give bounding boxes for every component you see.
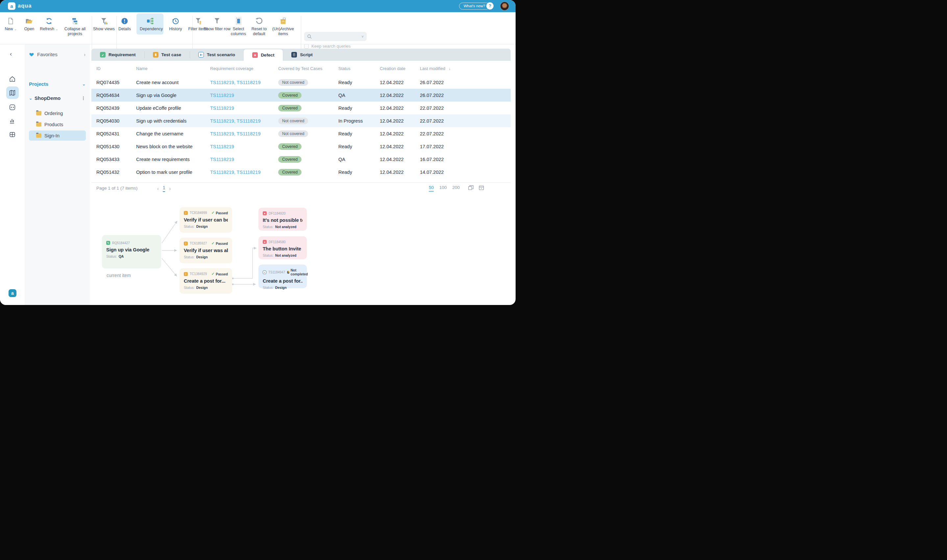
coverage-links[interactable]: TS1118219, TS1118219 <box>210 169 278 175</box>
folder-products[interactable]: Products <box>29 119 86 129</box>
keep-search-checkbox[interactable] <box>304 44 309 49</box>
node-status: Design <box>196 286 208 289</box>
copy-icon[interactable] <box>468 185 474 191</box>
details-icon <box>119 16 131 25</box>
chevron-right-icon[interactable]: › <box>84 52 86 57</box>
graph-node-defect[interactable]: ● DF1184580 The button Invite is... Stat… <box>259 236 307 259</box>
whats-new-button[interactable]: What's new? <box>459 3 490 9</box>
dependency-graph: ✎ RQ5184427 Sign up via Google Status:QA… <box>91 197 322 305</box>
dependency-button[interactable]: Dependency <box>137 14 163 34</box>
row-created: 12.04.2022 <box>380 106 420 111</box>
col-status[interactable]: Status <box>338 66 380 71</box>
projects-header[interactable]: Projects ⌄ <box>29 81 86 87</box>
node-id: DF1184580 <box>269 240 286 244</box>
table-row[interactable]: RQ052439Update eCoffe profileTS1118219Co… <box>91 102 511 114</box>
open-button[interactable]: Open <box>24 16 34 32</box>
favorites-label: Favorites <box>37 52 57 57</box>
coverage-links[interactable]: TS1118219 <box>210 93 278 98</box>
graph-node-test-scenario[interactable]: ▪ TS1184947 Not completed Create a post … <box>259 265 307 288</box>
graph-node-defect[interactable]: ● DF1184920 It’s not possible to... Stat… <box>259 208 307 231</box>
table-row-selected[interactable]: RQ054634Sign up via GoogleTS1118219Cover… <box>91 89 511 102</box>
graph-node-requirement[interactable]: ✎ RQ5184427 Sign up via Google Status:QA <box>102 235 161 269</box>
tab-label: Defect <box>261 52 274 57</box>
col-id[interactable]: ID <box>96 66 136 71</box>
aqua-logo-icon[interactable]: a <box>8 2 15 10</box>
history-clock-icon <box>169 16 182 25</box>
script-icon <box>291 52 297 57</box>
reset-to-default-button[interactable]: Reset to default <box>246 16 273 37</box>
coverage-links[interactable]: TS1118219, TS1118219 <box>210 80 278 85</box>
archive-icon[interactable] <box>479 185 484 191</box>
tab-script[interactable]: Script <box>283 49 321 61</box>
coverage-links[interactable]: TS1118219 <box>210 106 278 111</box>
graph-node-test-case[interactable]: ▯ TC8184999 ✓Passed Verify if user can b… <box>180 207 232 233</box>
new-button[interactable]: New ⌄ <box>5 16 17 32</box>
tab-test-scenario[interactable]: Test scenario <box>190 49 244 61</box>
row-created: 12.04.2022 <box>380 118 420 123</box>
table-row[interactable]: RQ054030Sign up with credentialsTS111821… <box>91 114 511 127</box>
row-status: Ready <box>338 106 380 111</box>
refresh-button[interactable]: Refresh ⌄ <box>40 16 58 32</box>
page-size-50[interactable]: 50 <box>429 185 434 192</box>
col-covered-by-test-cases[interactable]: Covered by Test Cases <box>278 66 338 71</box>
reports-chart-icon[interactable] <box>6 114 19 126</box>
row-modified: 22.07.2022 <box>420 118 511 123</box>
next-page-icon[interactable]: › <box>169 186 171 191</box>
folder-sign-in[interactable]: Sign-In <box>29 131 86 141</box>
sort-desc-icon[interactable]: ↓ <box>448 66 451 71</box>
history-button[interactable]: History <box>169 16 182 32</box>
refresh-icon <box>40 16 58 25</box>
favorites-header[interactable]: Favorites › <box>29 52 86 57</box>
chevron-down-icon[interactable]: ⌄ <box>82 82 86 86</box>
scripts-icon[interactable] <box>6 101 19 113</box>
table-row[interactable]: RQ051432Option to mark user profileTS111… <box>91 166 511 178</box>
page-size-200[interactable]: 200 <box>452 185 460 192</box>
tab-label: Requirement <box>108 52 136 57</box>
col-last-modified[interactable]: Last modified↓ <box>420 66 511 71</box>
coverage-links[interactable]: TS1118219, TS1118219 <box>210 131 278 136</box>
col-creation-date[interactable]: Creation date <box>380 66 420 71</box>
projects-map-icon[interactable] <box>6 86 19 99</box>
chevron-down-icon: ⌄ <box>14 27 17 31</box>
refresh-label: Refresh <box>40 27 54 31</box>
requirement-icon: ✎ <box>106 241 110 245</box>
collapse-sidebar-icon[interactable]: ‹ <box>10 50 12 57</box>
prev-page-icon[interactable]: ‹ <box>157 186 159 191</box>
collapse-all-projects-button[interactable]: Collapse all projects <box>62 16 88 37</box>
table-row[interactable]: RQ074435Create new accountTS1118219, TS1… <box>91 76 511 89</box>
folder-icon <box>36 122 42 126</box>
project-shopdemo[interactable]: ⌄ ShopDemo ⋮ <box>29 95 86 101</box>
folder-ordering[interactable]: Ordering <box>29 108 86 118</box>
kebab-menu-icon[interactable]: ⋮ <box>81 95 86 100</box>
table-row[interactable]: RQ051430News block on the websiteTS11182… <box>91 140 511 153</box>
graph-node-test-case[interactable]: ▯ TC1384929 ✓Passed Create a post for...… <box>180 268 232 294</box>
coverage-links[interactable]: TS1118219 <box>210 144 278 149</box>
unarchive-items-button[interactable]: (Un)Archive items <box>269 16 297 37</box>
search-box[interactable]: ˅ <box>304 32 366 41</box>
graph-node-test-case[interactable]: ▯ TC6185927 ✓Passed Verify if user was a… <box>180 238 232 263</box>
keep-search-queries[interactable]: Keep search queries <box>304 44 351 49</box>
page-size-100[interactable]: 100 <box>439 185 447 192</box>
user-avatar[interactable] <box>500 2 509 11</box>
col-name[interactable]: Name <box>136 66 210 71</box>
details-button[interactable]: Details <box>119 16 131 32</box>
coverage-links[interactable]: TS1118219 <box>210 157 278 162</box>
search-input[interactable] <box>314 34 362 39</box>
col-requirement-coverage[interactable]: Requirement coverage <box>210 66 278 71</box>
tab-test-case[interactable]: Test case <box>144 49 190 61</box>
chevron-down-icon[interactable]: ˅ <box>362 34 364 38</box>
dependency-label: Dependency <box>140 27 163 31</box>
chevron-down-icon[interactable]: ⌄ <box>29 96 32 100</box>
show-views-button[interactable]: Show views <box>93 16 115 32</box>
table-row[interactable]: RQ053433Create new requirementsTS1118219… <box>91 153 511 166</box>
home-icon[interactable] <box>6 72 19 85</box>
dashboard-grid-icon[interactable] <box>6 128 19 141</box>
coverage-links[interactable]: TS1118219, TS1118219 <box>210 118 278 123</box>
tab-requirement[interactable]: Requirement <box>91 49 144 61</box>
node-title: The button Invite is... <box>263 246 302 251</box>
table-row[interactable]: RQ052431Change the usernameTS1118219, TS… <box>91 127 511 140</box>
tab-defect[interactable]: Defect <box>244 49 283 61</box>
covered-badge: Not covered <box>278 79 308 86</box>
current-page[interactable]: 1 <box>163 185 165 192</box>
help-icon[interactable]: ? <box>486 2 494 9</box>
